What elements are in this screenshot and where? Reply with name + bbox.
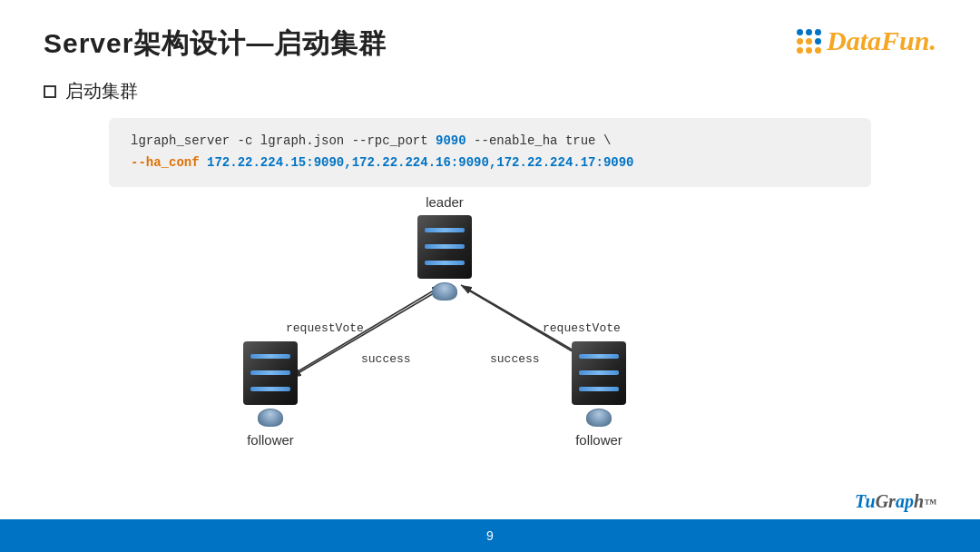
footer: 9 (0, 519, 980, 552)
code-line-2: --ha_conf 172.22.224.15:9090,172.22.224.… (131, 153, 849, 174)
follower2-server: follower (572, 341, 626, 448)
datafun-logo: DataFun. (797, 25, 936, 56)
server-stripe-5 (250, 370, 290, 375)
server-stripe-3 (425, 261, 465, 265)
section-box-icon (44, 85, 56, 98)
server-stripe-1 (425, 228, 465, 232)
section-title: 启动集群 (65, 79, 138, 104)
code-ips: 172.22.224.15:9090,172.22.224.16:9090,17… (200, 155, 634, 170)
leader-tower (417, 215, 472, 279)
server-stripe-7 (579, 354, 619, 359)
tugraph-logo: TuGraph™ (855, 491, 936, 512)
tugraph-tm: ™ (924, 497, 936, 510)
diagram-arrows (0, 187, 980, 441)
leader-label: leader (426, 194, 464, 210)
code-block: lgraph_server -c lgraph.json --rpc_port … (109, 118, 871, 187)
server-stripe-9 (579, 387, 619, 391)
request-vote-left-label: requestVote (286, 321, 364, 335)
server-stripe-2 (425, 244, 465, 249)
code-port: 9090 (436, 133, 466, 148)
leader-drum (432, 282, 457, 301)
code-text-1a: lgraph_server -c lgraph.json --rpc_port (131, 133, 436, 148)
diagram: leader follower follower requestVote req… (0, 187, 980, 441)
tugraph-text2: Gr (876, 491, 896, 511)
follower2-tower (572, 341, 626, 405)
follower2-label: follower (575, 432, 622, 448)
datafun-icon (797, 29, 821, 54)
tugraph-text4: h (914, 491, 924, 511)
success-right-label: success (490, 352, 540, 366)
code-line-1: lgraph_server -c lgraph.json --rpc_port … (131, 131, 849, 153)
server-stripe-6 (250, 387, 290, 391)
follower2-drum (586, 409, 612, 427)
follower1-tower (243, 341, 298, 405)
success-left-label: success (361, 352, 411, 366)
page-title: Server架构设计—启动集群 (44, 25, 387, 63)
server-stripe-8 (579, 370, 619, 375)
follower1-drum (258, 409, 283, 427)
follower1-server: follower (243, 341, 298, 448)
follower1-label: follower (247, 432, 294, 448)
tugraph-text: Tu (855, 491, 876, 511)
header: Server架构设计—启动集群 DataFun. (0, 0, 980, 63)
code-ha-conf: --ha_conf (131, 155, 200, 170)
section-label: 启动集群 (0, 63, 980, 113)
tugraph-text3: ap (896, 491, 914, 511)
code-text-1b: --enable_ha true \ (466, 133, 612, 148)
leader-server: leader (417, 194, 472, 301)
request-vote-right-label: requestVote (543, 321, 621, 335)
server-stripe-4 (250, 354, 290, 359)
page-number: 9 (486, 528, 494, 543)
